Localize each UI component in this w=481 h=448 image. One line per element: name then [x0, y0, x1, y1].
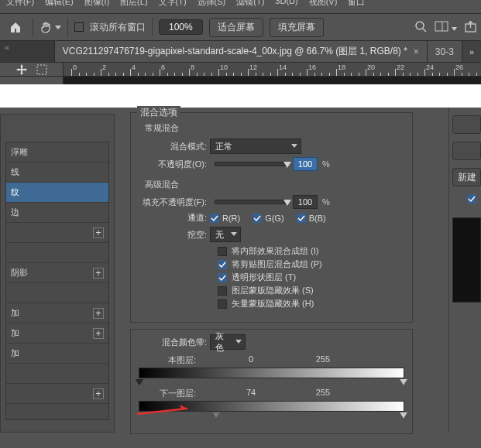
- style-item-label: 边: [11, 207, 19, 218]
- ruler-tick-label: 2: [102, 63, 106, 71]
- option-checkbox[interactable]: [218, 299, 227, 309]
- opacity-slider[interactable]: [215, 162, 288, 166]
- options-bar: 滚动所有窗口 100% 适合屏幕 填充屏幕: [0, 14, 481, 41]
- workspace-icon[interactable]: [435, 21, 457, 33]
- menu-edit[interactable]: 编辑(E): [42, 0, 77, 8]
- under-low-value: 74: [228, 388, 274, 399]
- blending-options-group: 混合选项 常规混合 混合模式: 正常 不透明度(O): % 高级混合 填充不透: [130, 112, 413, 323]
- crop-gap: [0, 84, 481, 108]
- styles-left-panel: 浮雕线纹边+阴影+加+加+加+: [0, 114, 115, 433]
- chevron-down-icon: [291, 144, 297, 148]
- divider: [33, 18, 33, 36]
- new-style-button[interactable]: 新建: [452, 168, 481, 186]
- option-label: 将剪贴图层混合成组 (P): [232, 258, 322, 270]
- style-list-item[interactable]: +: [6, 223, 108, 243]
- add-effect-icon[interactable]: +: [93, 227, 104, 238]
- blend-mode-select[interactable]: 正常: [210, 139, 301, 154]
- this-layer-gradient[interactable]: [139, 368, 404, 378]
- ok-button[interactable]: [452, 115, 481, 134]
- ruler-tick-label: 26: [455, 63, 463, 71]
- ruler-tick-label: 8: [191, 63, 194, 71]
- menu-image[interactable]: 图像(I): [81, 0, 112, 8]
- channel-r-label: R(R): [222, 214, 240, 223]
- blend-if-select[interactable]: 灰色: [210, 334, 246, 350]
- channels-label: 通道:: [139, 212, 210, 224]
- style-list-item[interactable]: [6, 283, 108, 303]
- styles-list: 浮雕线纹边+阴影+加+加+加+: [5, 142, 109, 420]
- menu-filter[interactable]: 滤镜(T): [233, 0, 267, 8]
- this-high-value: 255: [300, 354, 346, 366]
- close-icon[interactable]: ×: [414, 46, 419, 57]
- search-icon[interactable]: [414, 20, 427, 34]
- blend-if-label: 混合颜色带:: [139, 337, 210, 348]
- slider-thumb[interactable]: [283, 200, 291, 206]
- add-effect-icon[interactable]: +: [93, 308, 104, 319]
- style-list-item[interactable]: 浮雕: [6, 142, 108, 162]
- chevron-down-icon: [231, 232, 237, 236]
- menu-window[interactable]: 窗口: [345, 0, 368, 8]
- document-tabs: « VCG211297476719-gigapixel-standard-sca…: [0, 41, 481, 63]
- menu-type[interactable]: 文字(T): [156, 0, 190, 8]
- black-slider-under[interactable]: [212, 412, 220, 419]
- scroll-all-checkbox[interactable]: [74, 22, 84, 32]
- tab-inactive[interactable]: 30-3: [428, 41, 462, 62]
- style-list-item[interactable]: [6, 243, 108, 263]
- move-tool-icon[interactable]: [15, 63, 28, 76]
- home-icon[interactable]: [5, 18, 26, 36]
- under-high-value: 255: [300, 388, 346, 399]
- tab-overflow-icon[interactable]: »: [462, 41, 481, 62]
- menu-select[interactable]: 选择(S): [194, 0, 229, 8]
- style-item-label: 阴影: [11, 267, 28, 279]
- menu-3d[interactable]: 3D(D): [272, 0, 301, 5]
- style-list-item[interactable]: 边: [6, 203, 108, 223]
- marquee-tool-icon[interactable]: [36, 63, 48, 76]
- channel-r-checkbox[interactable]: [210, 214, 219, 223]
- style-list-item[interactable]: 加: [6, 344, 108, 364]
- option-label: 透明形状图层 (T): [232, 272, 296, 283]
- style-list-item[interactable]: 加+: [6, 323, 108, 344]
- group-title: 混合选项: [137, 106, 180, 119]
- add-effect-icon[interactable]: +: [93, 328, 104, 339]
- style-list-item[interactable]: 阴影+: [6, 263, 108, 283]
- menu-view[interactable]: 视图(V): [306, 0, 341, 8]
- hand-tool-icon[interactable]: [40, 18, 61, 36]
- fit-screen-button[interactable]: 适合屏幕: [209, 18, 263, 37]
- slider-thumb[interactable]: [283, 162, 291, 168]
- white-slider-this[interactable]: [400, 379, 407, 385]
- canvas-area[interactable]: [64, 77, 481, 84]
- menu-layer[interactable]: 图层(L): [117, 0, 150, 8]
- ruler-tick-label: 10: [220, 63, 228, 71]
- fill-opacity-input[interactable]: [293, 195, 318, 209]
- channel-g-checkbox[interactable]: [253, 214, 262, 223]
- style-list-item[interactable]: 线: [6, 162, 108, 183]
- fill-screen-button[interactable]: 填充屏幕: [270, 18, 324, 37]
- add-effect-icon[interactable]: +: [93, 388, 104, 399]
- fill-opacity-slider[interactable]: [215, 200, 288, 204]
- tab-active[interactable]: VCG211297476719-gigapixel-standard-scale…: [55, 41, 428, 62]
- option-checkbox[interactable]: [218, 247, 227, 256]
- style-list-item[interactable]: 纹: [6, 183, 108, 203]
- style-list-item[interactable]: 加+: [6, 303, 108, 323]
- fill-opacity-label: 填充不透明度(F):: [139, 197, 210, 208]
- option-checkbox[interactable]: [218, 273, 227, 282]
- white-slider-under[interactable]: [400, 412, 407, 419]
- style-list-item[interactable]: +: [6, 384, 108, 404]
- option-checkbox[interactable]: [218, 286, 227, 296]
- zoom-value[interactable]: 100%: [159, 19, 203, 35]
- menu-file[interactable]: 文件(F): [3, 0, 37, 8]
- this-low-value: 0: [228, 354, 274, 366]
- channel-b-checkbox[interactable]: [297, 214, 306, 223]
- black-slider-this[interactable]: [136, 379, 143, 385]
- style-list-item[interactable]: [6, 364, 108, 384]
- add-effect-icon[interactable]: +: [93, 268, 104, 279]
- cancel-button[interactable]: [452, 142, 481, 160]
- option-checkbox[interactable]: [218, 260, 227, 269]
- knockout-select[interactable]: 无: [210, 227, 241, 242]
- preview-checkbox[interactable]: [467, 194, 476, 203]
- blend-if-group: 混合颜色带: 灰色 本图层: 0 255 下一图层: 74 255: [130, 329, 413, 434]
- ruler-tick-label: 14: [279, 63, 287, 71]
- under-layer-gradient[interactable]: [139, 401, 404, 412]
- ruler-tick-label: 12: [249, 63, 257, 71]
- share-icon[interactable]: [465, 21, 476, 34]
- opacity-input[interactable]: [293, 157, 318, 171]
